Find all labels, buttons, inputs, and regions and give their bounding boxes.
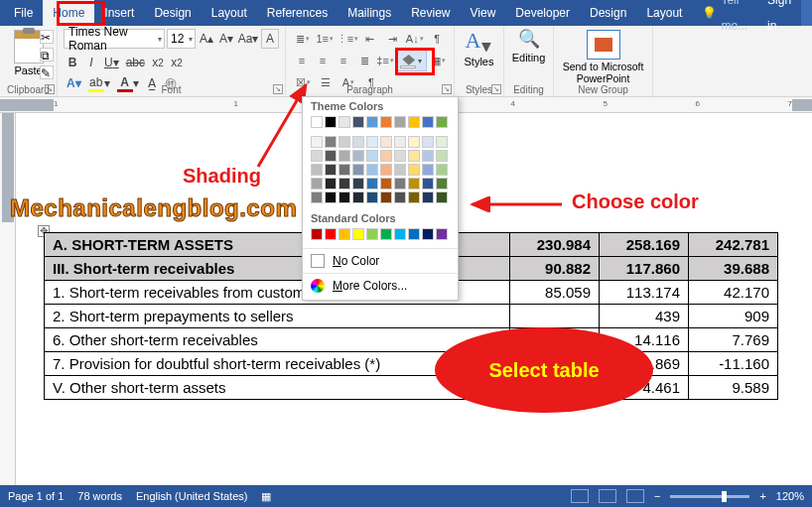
cut-button[interactable]: ✂ (40, 30, 54, 44)
table-row[interactable]: 2. Short-term prepayments to sellers4399… (45, 305, 778, 328)
table-row[interactable]: V. Other short-term assets2.7394.4619.58… (45, 376, 778, 400)
tell-me[interactable]: 💡 Tell me... (692, 0, 757, 26)
font-launcher[interactable]: ↘ (273, 84, 283, 94)
grow-font-button[interactable]: A▴ (198, 29, 215, 49)
color-swatch[interactable] (380, 150, 392, 162)
share-button[interactable]: 👤 Share (801, 0, 812, 26)
color-swatch[interactable] (380, 164, 392, 176)
color-swatch[interactable] (408, 116, 420, 128)
color-swatch[interactable] (436, 191, 448, 203)
change-case-button[interactable]: Aa▾ (237, 29, 259, 49)
more-colors-option[interactable]: More Colors... (303, 276, 458, 296)
no-color-option[interactable]: No Color (303, 251, 458, 271)
color-swatch[interactable] (366, 178, 378, 190)
color-swatch[interactable] (394, 150, 406, 162)
tab-home[interactable]: Home (43, 0, 94, 26)
status-page[interactable]: Page 1 of 1 (8, 490, 64, 502)
align-left-button[interactable]: ≡ (292, 51, 312, 70)
color-swatch[interactable] (436, 228, 448, 240)
status-language[interactable]: English (United States) (136, 490, 248, 502)
color-swatch[interactable] (338, 150, 350, 162)
color-swatch[interactable] (394, 178, 406, 190)
show-marks-button[interactable]: ¶ (427, 29, 449, 49)
sort-button[interactable]: A↓ (404, 29, 426, 49)
color-swatch[interactable] (366, 136, 378, 148)
color-swatch[interactable] (436, 150, 448, 162)
shading-button[interactable] (396, 50, 427, 71)
color-swatch[interactable] (422, 150, 434, 162)
status-words[interactable]: 78 words (77, 490, 122, 502)
clear-formatting-button[interactable]: A (261, 29, 279, 49)
color-swatch[interactable] (338, 191, 350, 203)
color-swatch[interactable] (408, 228, 420, 240)
color-swatch[interactable] (380, 178, 392, 190)
numbering-button[interactable]: 1≡ (315, 29, 337, 49)
color-swatch[interactable] (422, 164, 434, 176)
color-swatch[interactable] (311, 150, 323, 162)
tab-design[interactable]: Design (144, 0, 201, 26)
subscript-button[interactable]: x2 (149, 53, 167, 72)
color-swatch[interactable] (311, 164, 323, 176)
color-swatch[interactable] (436, 116, 448, 128)
bullets-button[interactable]: ≣ (292, 29, 314, 49)
color-swatch[interactable] (422, 136, 434, 148)
color-swatch[interactable] (380, 191, 392, 203)
color-swatch[interactable] (436, 178, 448, 190)
color-swatch[interactable] (408, 191, 420, 203)
color-swatch[interactable] (352, 164, 364, 176)
styles-launcher[interactable]: ↘ (491, 84, 501, 94)
bold-button[interactable]: B (64, 53, 81, 72)
color-swatch[interactable] (325, 116, 337, 128)
color-swatch[interactable] (325, 228, 337, 240)
tab-insert[interactable]: Insert (94, 0, 144, 26)
color-swatch[interactable] (366, 116, 378, 128)
color-swatch[interactable] (394, 164, 406, 176)
underline-button[interactable]: U▾ (101, 53, 122, 72)
color-swatch[interactable] (311, 191, 323, 203)
tab-table-layout[interactable]: Layout (636, 0, 692, 26)
color-swatch[interactable] (311, 228, 323, 240)
color-swatch[interactable] (366, 191, 378, 203)
clipboard-launcher[interactable]: ↘ (45, 84, 55, 94)
borders-button[interactable]: ▦ (428, 51, 448, 70)
color-swatch[interactable] (311, 178, 323, 190)
zoom-out-button[interactable]: − (654, 490, 660, 502)
color-swatch[interactable] (366, 150, 378, 162)
copy-button[interactable]: ⧉ (40, 48, 54, 62)
color-swatch[interactable] (366, 228, 378, 240)
strikethrough-button[interactable]: abc (123, 53, 148, 72)
line-spacing-button[interactable]: ‡≡ (375, 51, 395, 70)
color-swatch[interactable] (311, 116, 323, 128)
color-swatch[interactable] (352, 191, 364, 203)
color-swatch[interactable] (394, 228, 406, 240)
sign-in[interactable]: Sign in (757, 0, 801, 26)
font-name-combo[interactable]: Times New Roman▾ (64, 29, 165, 49)
font-size-combo[interactable]: 12▾ (167, 29, 196, 49)
color-swatch[interactable] (311, 136, 323, 148)
justify-button[interactable]: ≣ (354, 51, 374, 70)
multilevel-button[interactable]: ⋮≡ (337, 29, 358, 49)
decrease-indent-button[interactable]: ⇤ (359, 29, 381, 49)
color-swatch[interactable] (394, 116, 406, 128)
find-button[interactable]: 🔍 (518, 28, 540, 50)
tab-view[interactable]: View (461, 0, 506, 26)
color-swatch[interactable] (325, 136, 337, 148)
increase-indent-button[interactable]: ⇥ (382, 29, 404, 49)
print-layout-button[interactable] (599, 489, 616, 503)
color-swatch[interactable] (338, 116, 350, 128)
styles-button[interactable]: A⯆ (466, 28, 493, 54)
color-swatch[interactable] (325, 191, 337, 203)
color-swatch[interactable] (338, 164, 350, 176)
tab-developer[interactable]: Developer (505, 0, 580, 26)
macro-recording-icon[interactable]: ▦ (261, 490, 271, 503)
zoom-in-button[interactable]: + (759, 490, 765, 502)
tab-file[interactable]: File (4, 0, 43, 26)
align-center-button[interactable]: ≡ (313, 51, 333, 70)
color-swatch[interactable] (408, 164, 420, 176)
color-swatch[interactable] (422, 116, 434, 128)
paragraph-launcher[interactable]: ↘ (442, 84, 452, 94)
superscript-button[interactable]: x2 (168, 53, 186, 72)
ruler-vertical[interactable] (0, 113, 16, 485)
table-row[interactable]: 6. Other short-term receivables14.1167.7… (45, 328, 778, 352)
tab-mailings[interactable]: Mailings (338, 0, 401, 26)
